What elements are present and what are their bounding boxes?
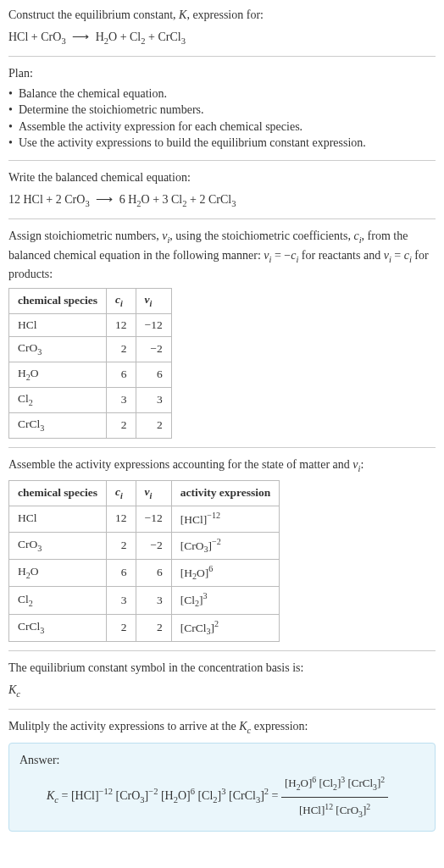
plan-label: Plan:	[8, 65, 436, 82]
product-1: H2O	[96, 30, 118, 43]
table-row: H2O 6 6	[9, 362, 172, 388]
kc-symbol: Kc	[8, 682, 436, 700]
unbalanced-equation: HCl + CrO3 ⟶ H2O + Cl2 + CrCl3	[8, 29, 436, 47]
table-row: CrO3 2 −2	[9, 337, 172, 362]
bullet-icon: •	[8, 135, 19, 152]
arrow-icon: ⟶	[92, 192, 116, 206]
balanced-equation: 12 HCl + 2 CrO3 ⟶ 6 H2O + 3 Cl2 + 2 CrCl…	[8, 191, 436, 210]
table-header-row: chemical species ci νi activity expressi…	[9, 481, 280, 506]
plan-bullet: •Use the activity expressions to build t…	[8, 135, 436, 152]
bullet-icon: •	[8, 102, 19, 119]
bullet-icon: •	[8, 86, 19, 102]
col-ci: ci	[107, 288, 136, 313]
activity-table: chemical species ci νi activity expressi…	[8, 480, 280, 642]
divider	[8, 160, 436, 161]
table-row: HCl 12 −12	[9, 313, 172, 337]
col-species: chemical species	[9, 288, 107, 313]
col-nui: νi	[136, 288, 171, 313]
final-label: Mulitply the activity expressions to arr…	[8, 718, 436, 737]
product-2: Cl2	[130, 30, 145, 43]
answer-expression: Kc = [HCl]−12 [CrO3]−2 [H2O]6 [Cl2]3 [Cr…	[19, 771, 425, 822]
assign-label: Assign stoichiometric numbers, νi, using…	[8, 228, 436, 283]
divider	[8, 447, 436, 448]
divider	[8, 650, 436, 651]
divider	[8, 709, 436, 710]
answer-label: Answer:	[19, 752, 425, 769]
table-row: Cl2 3 3	[9, 388, 172, 413]
bullet-icon: •	[8, 119, 19, 135]
product-3: CrCl3	[158, 30, 185, 43]
answer-fraction: [H2O]6 [Cl2]3 [CrCl3]2 [HCl]12 [CrO3]2	[281, 771, 388, 822]
table-row: HCl 12 −12 [HCl]−12	[9, 506, 280, 532]
prompt-prefix: Construct the equilibrium constant,	[8, 8, 179, 21]
prompt-suffix: , expression for:	[186, 8, 264, 21]
table-row: Cl2 3 3 [Cl2]3	[9, 587, 280, 614]
stoichiometry-table: chemical species ci νi HCl 12 −12 CrO3 2…	[8, 288, 172, 439]
plan-bullet: •Balance the chemical equation.	[8, 86, 436, 102]
table-row: CrO3 2 −2 [CrO3]−2	[9, 532, 280, 559]
plan-bullet: •Assemble the activity expression for ea…	[8, 119, 436, 135]
table-row: CrCl3 2 2	[9, 413, 172, 439]
prompt-var: K	[179, 8, 186, 21]
kc-label: The equilibrium constant symbol in the c…	[8, 660, 436, 677]
table-header-row: chemical species ci νi	[9, 288, 172, 313]
reactant-2: CrO3	[41, 30, 65, 43]
activity-label: Assemble the activity expressions accoun…	[8, 456, 436, 475]
arrow-icon: ⟶	[69, 30, 92, 43]
reactant-1: HCl	[8, 30, 28, 43]
divider	[8, 218, 436, 219]
answer-box: Answer: Kc = [HCl]−12 [CrO3]−2 [H2O]6 [C…	[8, 743, 436, 832]
table-row: H2O 6 6 [H2O]6	[9, 559, 280, 586]
prompt: Construct the equilibrium constant, K, e…	[8, 7, 436, 24]
table-row: CrCl3 2 2 [CrCl3]2	[9, 614, 280, 641]
divider	[8, 56, 436, 57]
plan-section: Plan: •Balance the chemical equation. •D…	[8, 65, 436, 152]
plan-bullet: •Determine the stoichiometric numbers.	[8, 102, 436, 119]
balanced-label: Write the balanced chemical equation:	[8, 169, 436, 186]
